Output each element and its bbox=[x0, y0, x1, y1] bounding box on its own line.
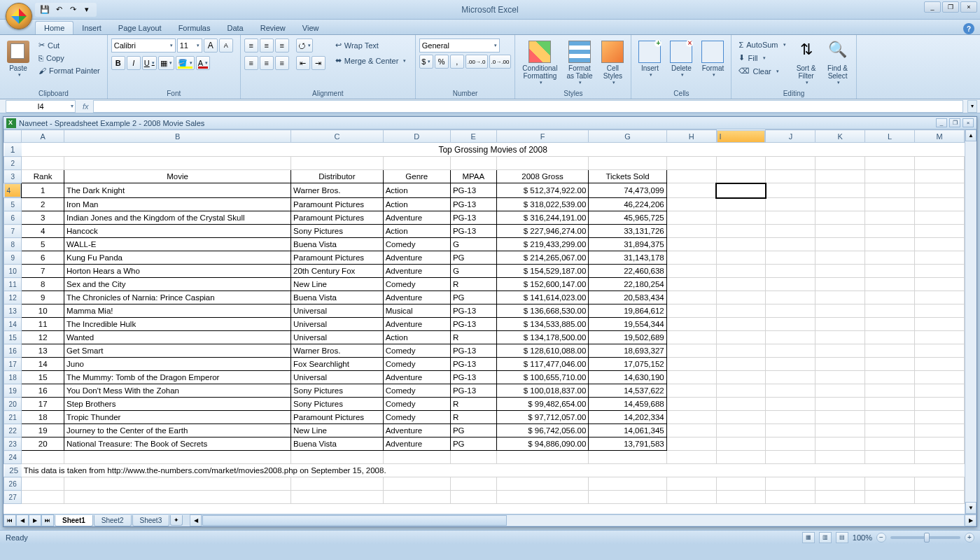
cell-B9[interactable]: Kung Fu Panda bbox=[64, 251, 291, 265]
cell[interactable] bbox=[915, 157, 965, 170]
cell-L6[interactable] bbox=[865, 211, 915, 225]
note-cell[interactable]: This data is taken from http://www.the-n… bbox=[22, 464, 965, 477]
cell-H22[interactable] bbox=[666, 424, 716, 438]
cell-H7[interactable] bbox=[666, 225, 716, 238]
cell[interactable] bbox=[22, 491, 64, 504]
cell-G11[interactable]: 22,180,254 bbox=[589, 278, 666, 291]
cell-J16[interactable] bbox=[766, 344, 816, 358]
cell[interactable] bbox=[64, 157, 291, 170]
col-header-M[interactable]: M bbox=[915, 130, 965, 143]
orientation-button[interactable]: ⭯ bbox=[296, 38, 313, 52]
cell-G15[interactable]: 19,502,689 bbox=[589, 331, 666, 344]
autosum-button[interactable]: ΣAutoSum bbox=[735, 38, 789, 51]
comma-button[interactable]: , bbox=[450, 55, 464, 69]
find-select-button[interactable]: 🔍Find & Select bbox=[823, 38, 853, 88]
cell-K11[interactable] bbox=[816, 278, 865, 291]
cell-L17[interactable] bbox=[865, 358, 915, 371]
cell-I12[interactable] bbox=[716, 291, 766, 304]
cell-H6[interactable] bbox=[666, 211, 716, 225]
qat-customize-icon[interactable]: ▾ bbox=[81, 4, 92, 15]
row-header-3[interactable]: 3 bbox=[4, 170, 22, 183]
row-header-27[interactable]: 27 bbox=[4, 491, 22, 504]
cell-C7[interactable]: Sony Pictures bbox=[291, 225, 384, 238]
cell-E16[interactable]: PG-13 bbox=[450, 344, 496, 358]
cell-F18[interactable]: $ 100,655,710.00 bbox=[496, 371, 589, 384]
col-header-A[interactable]: A bbox=[22, 130, 64, 143]
sheet-tab-2[interactable]: Sheet2 bbox=[94, 515, 132, 526]
tab-insert[interactable]: Insert bbox=[74, 22, 110, 34]
cell-K13[interactable] bbox=[816, 304, 865, 318]
cell-B15[interactable]: Wanted bbox=[64, 331, 291, 344]
cell-C21[interactable]: Paramount Pictures bbox=[291, 411, 384, 424]
cell-F6[interactable]: $ 316,244,191.00 bbox=[496, 211, 589, 225]
cell-I21[interactable] bbox=[716, 411, 766, 424]
cell[interactable] bbox=[589, 477, 666, 491]
wb-close-button[interactable]: × bbox=[962, 118, 974, 127]
sheet-nav-first[interactable]: ⏮ bbox=[4, 514, 16, 526]
row-header-23[interactable]: 23 bbox=[4, 438, 22, 451]
cell-G7[interactable]: 33,131,726 bbox=[589, 225, 666, 238]
cell-G4[interactable]: 74,473,099 bbox=[589, 183, 666, 198]
cell[interactable] bbox=[865, 491, 915, 504]
cell-K12[interactable] bbox=[816, 291, 865, 304]
sheet-nav-last[interactable]: ⏭ bbox=[41, 514, 54, 526]
table-header-cell[interactable]: Tickets Sold bbox=[589, 170, 666, 183]
cell-B7[interactable]: Hancock bbox=[64, 225, 291, 238]
cell-D4[interactable]: Action bbox=[383, 183, 450, 198]
cell-D20[interactable]: Comedy bbox=[383, 398, 450, 411]
cell-E18[interactable]: PG-13 bbox=[450, 371, 496, 384]
cell[interactable] bbox=[383, 477, 450, 491]
restore-button[interactable]: ❐ bbox=[942, 1, 959, 13]
cell-M18[interactable] bbox=[915, 371, 965, 384]
cell-K10[interactable] bbox=[816, 265, 865, 278]
cell-C23[interactable]: Buena Vista bbox=[291, 438, 384, 451]
cell-I15[interactable] bbox=[716, 331, 766, 344]
cell[interactable] bbox=[589, 491, 666, 504]
table-header-cell[interactable]: Movie bbox=[64, 170, 291, 183]
cell-B12[interactable]: The Chronicles of Narnia: Prince Caspian bbox=[64, 291, 291, 304]
cell-E15[interactable]: R bbox=[450, 331, 496, 344]
cell-E8[interactable]: G bbox=[450, 238, 496, 251]
formula-input[interactable] bbox=[93, 100, 963, 113]
cell-M13[interactable] bbox=[915, 304, 965, 318]
cell[interactable] bbox=[383, 491, 450, 504]
cell-M14[interactable] bbox=[915, 318, 965, 331]
cell-L19[interactable] bbox=[865, 384, 915, 398]
row-header-10[interactable]: 10 bbox=[4, 265, 22, 278]
cell-G23[interactable]: 13,791,583 bbox=[589, 438, 666, 451]
increase-decimal-button[interactable]: .00→.0 bbox=[465, 55, 488, 69]
cell-C11[interactable]: New Line bbox=[291, 278, 384, 291]
cell[interactable] bbox=[666, 170, 716, 183]
cell-A6[interactable]: 3 bbox=[22, 211, 64, 225]
cell-F22[interactable]: $ 96,742,056.00 bbox=[496, 424, 589, 438]
fill-button[interactable]: ⬇Fill bbox=[735, 51, 789, 64]
cell[interactable] bbox=[291, 491, 384, 504]
new-sheet-button[interactable]: ✦ bbox=[170, 515, 183, 526]
cell-M21[interactable] bbox=[915, 411, 965, 424]
cell-D9[interactable]: Adventure bbox=[383, 251, 450, 265]
cell[interactable] bbox=[22, 477, 64, 491]
cell-A16[interactable]: 13 bbox=[22, 344, 64, 358]
cell-M15[interactable] bbox=[915, 331, 965, 344]
cell-I8[interactable] bbox=[716, 238, 766, 251]
cell-D5[interactable]: Action bbox=[383, 198, 450, 211]
cell-E10[interactable]: G bbox=[450, 265, 496, 278]
cell-D19[interactable]: Comedy bbox=[383, 384, 450, 398]
row-header-7[interactable]: 7 bbox=[4, 225, 22, 238]
sheet-tab-1[interactable]: Sheet1 bbox=[55, 515, 93, 526]
cell-J7[interactable] bbox=[766, 225, 816, 238]
cell-M11[interactable] bbox=[915, 278, 965, 291]
cell[interactable] bbox=[766, 157, 816, 170]
cell-H20[interactable] bbox=[666, 398, 716, 411]
chevron-down-icon[interactable]: ▾ bbox=[71, 103, 74, 109]
cell-C14[interactable]: Universal bbox=[291, 318, 384, 331]
cell[interactable] bbox=[64, 477, 291, 491]
cell-G8[interactable]: 31,894,375 bbox=[589, 238, 666, 251]
col-header-F[interactable]: F bbox=[496, 130, 589, 143]
wrap-text-button[interactable]: ↩Wrap Text bbox=[332, 38, 410, 52]
scroll-left-button[interactable]: ◀ bbox=[190, 514, 202, 526]
cell-M6[interactable] bbox=[915, 211, 965, 225]
cell-H9[interactable] bbox=[666, 251, 716, 265]
cell-I9[interactable] bbox=[716, 251, 766, 265]
cell-C9[interactable]: Paramount Pictures bbox=[291, 251, 384, 265]
